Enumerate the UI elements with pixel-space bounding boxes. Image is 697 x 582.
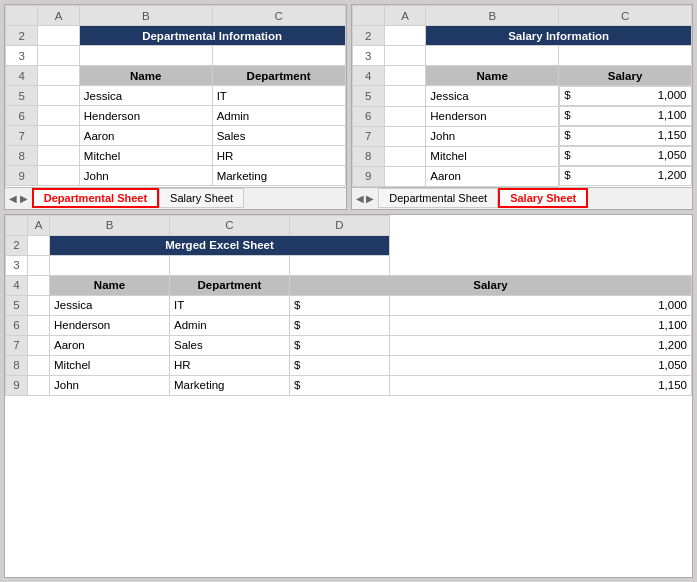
sal-r5-amount: 1,200 [658,169,687,183]
col-c-header: C [212,6,345,26]
mrg-r2-name: Henderson [50,315,170,335]
merged-col-name: Name [50,275,170,295]
row2-a [38,26,79,46]
dept-r2-dept: Admin [212,106,345,126]
row-4-header: 4 [6,66,38,86]
sal-r2-name: Henderson [426,106,559,126]
sal-r1-name: Jessica [426,86,559,107]
departmental-panel: A B C 2 Departmental Information 3 [4,4,347,210]
dept-r3-name: Aaron [79,126,212,146]
row-2-header: 2 [6,26,38,46]
sal-r1-amount: 1,000 [658,89,687,103]
row-6-header: 6 [6,106,38,126]
col-c-header-bottom: C [170,215,290,235]
mrg-r1-dollar: $ [290,295,390,315]
mrg-r5-amount: 1,150 [390,375,692,395]
tab-salary-sheet-left[interactable]: Salary Sheet [159,188,244,208]
dept-r5-dept: Marketing [212,166,345,186]
sal-r2-amount: 1,100 [658,109,687,123]
mrg-r2-dollar: $ [290,315,390,335]
dept-r4-name: Mitchel [79,146,212,166]
row4-a [38,66,79,86]
merged-title: Merged Excel Sheet [50,235,390,255]
sal-r4-amount: 1,050 [658,149,687,163]
merged-col-dept: Department [170,275,290,295]
mrg-r4-amount: 1,050 [390,355,692,375]
top-row: A B C 2 Departmental Information 3 [4,4,693,210]
sal-r5-name: Aaron [426,166,559,186]
col-a-header-right: A [384,6,425,26]
dept-r2-name: Henderson [79,106,212,126]
dept-r1-name: Jessica [79,86,212,106]
mrg-r1-amount: 1,000 [390,295,692,315]
dept-r4-dept: HR [212,146,345,166]
merged-panel: A B C D 2 Merged Excel Sheet 3 [4,214,693,579]
corner-header-bottom [6,215,28,235]
tab-nav-arrows-right[interactable]: ◀ ▶ [356,193,375,204]
mrg-r1-name: Jessica [50,295,170,315]
salary-tabs-bar: ◀ ▶ Departmental Sheet Salary Sheet [352,187,693,209]
mrg-r2-amount: 1,100 [390,315,692,335]
mrg-r3-dept: Sales [170,335,290,355]
tab-nav-arrows-left[interactable]: ◀ ▶ [9,193,28,204]
sal-r1-dollar: $ [564,89,570,103]
corner-header [6,6,38,26]
mrg-r4-dollar: $ [290,355,390,375]
tab-departmental-sheet-right[interactable]: Departmental Sheet [378,188,498,208]
corner-header-right [352,6,384,26]
merged-col-salary: Salary [290,275,692,295]
mrg-r1-dept: IT [170,295,290,315]
row-9-header: 9 [6,166,38,186]
col-b-header: B [79,6,212,26]
mrg-r5-dept: Marketing [170,375,290,395]
salary-col-salary: Salary [559,66,692,86]
sal-r3-dollar: $ [564,129,570,143]
mrg-r4-dept: HR [170,355,290,375]
sal-r5-dollar: $ [564,169,570,183]
row3-b [79,46,212,66]
dept-r1-dept: IT [212,86,345,106]
sal-r3-name: John [426,126,559,146]
merged-grid: A B C D 2 Merged Excel Sheet 3 [5,215,692,578]
row-8-header: 8 [6,146,38,166]
dept-col-dept: Department [212,66,345,86]
mrg-r5-name: John [50,375,170,395]
dept-r3-dept: Sales [212,126,345,146]
dept-title: Departmental Information [79,26,345,46]
sal-r4-name: Mitchel [426,146,559,166]
row-5-header: 5 [6,86,38,106]
sal-r4-dollar: $ [564,149,570,163]
salary-title: Salary Information [426,26,692,46]
col-a-header-bottom: A [28,215,50,235]
mrg-r3-name: Aaron [50,335,170,355]
row-3-header: 3 [6,46,38,66]
tab-salary-sheet[interactable]: Salary Sheet [498,188,588,208]
row3-c [212,46,345,66]
dept-r5-name: John [79,166,212,186]
salary-panel: A B C 2 Salary Information 3 [351,4,694,210]
sal-r3-amount: 1,150 [658,129,687,143]
salary-grid: A B C 2 Salary Information 3 [352,5,693,187]
sal-r2-dollar: $ [564,109,570,123]
salary-col-name: Name [426,66,559,86]
col-a-header: A [38,6,79,26]
mrg-r3-amount: 1,200 [390,335,692,355]
departmental-grid: A B C 2 Departmental Information 3 [5,5,346,187]
col-b-header-bottom: B [50,215,170,235]
dept-tabs-bar: ◀ ▶ Departmental Sheet Salary Sheet [5,187,346,209]
mrg-r2-dept: Admin [170,315,290,335]
mrg-r4-name: Mitchel [50,355,170,375]
row3-a [38,46,79,66]
row-7-header: 7 [6,126,38,146]
col-b-header-right: B [426,6,559,26]
mrg-r5-dollar: $ [290,375,390,395]
dept-col-name: Name [79,66,212,86]
mrg-r3-dollar: $ [290,335,390,355]
tab-departmental-sheet[interactable]: Departmental Sheet [32,188,159,208]
col-d-header-bottom: D [290,215,390,235]
col-c-header-right: C [559,6,692,26]
